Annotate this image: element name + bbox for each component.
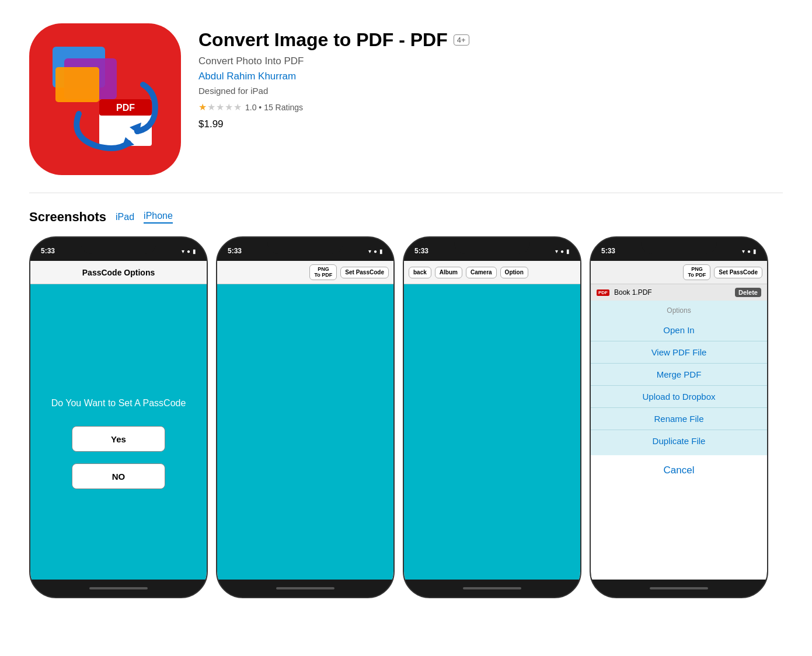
battery-icon-2: ▮: [379, 248, 383, 254]
home-indicator-2: [276, 587, 334, 589]
screenshots-title: Screenshots: [29, 210, 106, 225]
app-icon: PDF: [29, 23, 181, 175]
png-to-pdf-btn-2[interactable]: PNGTo PDF: [309, 264, 337, 281]
tab-ipad[interactable]: iPad: [116, 212, 134, 222]
phone-bottom-1: [30, 580, 207, 597]
screen3-body: [404, 284, 580, 580]
merge-pdf-option[interactable]: Merge PDF: [591, 364, 767, 386]
back-btn[interactable]: back: [409, 267, 431, 278]
status-time-2: 5:33: [228, 247, 242, 255]
passcode-body: Do You Want to Set A PassCode Yes NO: [30, 284, 207, 580]
rating-value: 1.0: [245, 103, 256, 112]
star-1: ★: [198, 102, 207, 113]
screen2-top-bar: PNGTo PDF Set PassCode: [217, 261, 393, 284]
phone-notch-2: [267, 238, 343, 254]
status-icons-3: ▾ ● ▮: [555, 248, 570, 254]
yes-button[interactable]: Yes: [72, 426, 165, 452]
screenshots-section: Screenshots iPad iPhone 5:33 ▾ ● ▮ PassC…: [0, 193, 812, 622]
option-btn[interactable]: Option: [500, 267, 528, 278]
wifi-icon-2: ▾: [368, 248, 371, 254]
status-icons-4: ▾ ● ▮: [742, 248, 757, 254]
star-4: ★: [225, 102, 233, 113]
app-price: $1.99: [198, 118, 469, 130]
battery-icon-3: ▮: [566, 248, 570, 254]
upload-dropbox-option[interactable]: Upload to Dropbox: [591, 386, 767, 408]
passcode-question: Do You Want to Set A PassCode: [46, 398, 192, 409]
phone-mockup-3: 5:33 ▾ ● ▮ back Album Camera Option: [403, 236, 581, 598]
png-to-pdf-btn-4[interactable]: PNGTo PDF: [683, 264, 710, 281]
duplicate-file-option[interactable]: Duplicate File: [591, 430, 767, 452]
home-indicator-4: [650, 587, 708, 589]
view-pdf-option[interactable]: View PDF File: [591, 341, 767, 364]
camera-btn[interactable]: Camera: [466, 267, 497, 278]
status-time-4: 5:33: [601, 247, 615, 255]
app-subtitle: Convert Photo Into PDF: [198, 55, 469, 67]
phone-notch-3: [454, 238, 530, 254]
star-rating: ★ ★ ★ ★ ★: [198, 102, 242, 113]
file-row: PDF Book 1.PDF Delete: [591, 284, 767, 301]
open-in-option[interactable]: Open In: [591, 319, 767, 341]
status-icons-1: ▾ ● ▮: [182, 248, 196, 254]
svg-rect-2: [55, 67, 99, 102]
signal-icon-1: ●: [187, 248, 190, 254]
home-indicator-1: [89, 587, 148, 589]
screen4-top-bar: PNGTo PDF Set PassCode: [591, 261, 767, 284]
tab-iphone[interactable]: iPhone: [144, 211, 173, 224]
screenshots-header: Screenshots iPad iPhone: [29, 210, 783, 225]
wifi-icon-4: ▾: [742, 248, 745, 254]
status-icons-2: ▾ ● ▮: [368, 248, 383, 254]
passcode-top-bar: PassCode Options: [30, 261, 207, 284]
battery-icon-4: ▮: [753, 248, 757, 254]
app-title: Convert Image to PDF - PDF: [198, 29, 448, 51]
screen3-top-bar: back Album Camera Option: [404, 261, 580, 284]
app-title-row: Convert Image to PDF - PDF 4+: [198, 29, 469, 51]
album-btn[interactable]: Album: [435, 267, 462, 278]
phone-content-3: back Album Camera Option: [404, 261, 580, 580]
pdf-icon-badge: PDF: [597, 289, 609, 296]
status-time-3: 5:33: [414, 247, 428, 255]
options-panel: Options Open In View PDF File Merge PDF …: [591, 301, 767, 455]
phone-bottom-3: [404, 580, 580, 597]
signal-icon-4: ●: [747, 248, 751, 254]
phone-content-4: PNGTo PDF Set PassCode PDF Book 1.PDF De…: [591, 261, 767, 580]
screen2-body: [217, 284, 393, 580]
phone-mockup-1: 5:33 ▾ ● ▮ PassCode Options Do You Want …: [29, 236, 208, 598]
screenshots-row: 5:33 ▾ ● ▮ PassCode Options Do You Want …: [29, 236, 783, 598]
signal-icon-3: ●: [560, 248, 564, 254]
app-device: Designed for iPad: [198, 86, 469, 96]
phone-mockup-2: 5:33 ▾ ● ▮ PNGTo PDF Set PassCode: [216, 236, 395, 598]
rating-text: 1.0 • 15 Ratings: [245, 103, 303, 112]
passcode-top-title: PassCode Options: [82, 268, 155, 277]
wifi-icon-3: ▾: [555, 248, 558, 254]
app-icon-wrapper: PDF: [29, 23, 181, 175]
developer-link[interactable]: Abdul Rahim Khurram: [198, 71, 469, 82]
rating-count: 15 Ratings: [264, 103, 303, 112]
cancel-row[interactable]: Cancel: [595, 459, 762, 482]
phone-bottom-2: [217, 580, 393, 597]
no-button[interactable]: NO: [72, 463, 165, 489]
phone-mockup-4: 5:33 ▾ ● ▮ PNGTo PDF Set PassCode PDF Bo…: [590, 236, 768, 598]
rating-row: ★ ★ ★ ★ ★ 1.0 • 15 Ratings: [198, 102, 469, 113]
wifi-icon-1: ▾: [182, 248, 184, 254]
set-passcode-btn-4[interactable]: Set PassCode: [714, 267, 762, 278]
phone-notch-4: [641, 238, 717, 254]
cancel-button[interactable]: Cancel: [595, 465, 762, 476]
home-indicator-3: [463, 587, 521, 589]
star-3: ★: [216, 102, 224, 113]
app-header: PDF Convert Image to PDF - PDF 4+ Conver…: [0, 0, 812, 193]
phone-notch-1: [81, 238, 156, 254]
age-badge: 4+: [454, 34, 469, 46]
phone-content-2: PNGTo PDF Set PassCode: [217, 261, 393, 580]
battery-icon-1: ▮: [193, 248, 196, 254]
signal-icon-2: ●: [374, 248, 377, 254]
svg-text:PDF: PDF: [116, 103, 135, 113]
rename-file-option[interactable]: Rename File: [591, 408, 767, 430]
phone-bottom-4: [591, 580, 767, 597]
delete-button[interactable]: Delete: [735, 288, 761, 297]
app-info: Convert Image to PDF - PDF 4+ Convert Ph…: [198, 23, 469, 130]
file-name: Book 1.PDF: [614, 288, 652, 296]
star-5: ★: [234, 102, 242, 113]
options-title: Options: [591, 304, 767, 319]
phone-content-1: PassCode Options Do You Want to Set A Pa…: [30, 261, 207, 580]
set-passcode-btn-2[interactable]: Set PassCode: [340, 267, 389, 278]
